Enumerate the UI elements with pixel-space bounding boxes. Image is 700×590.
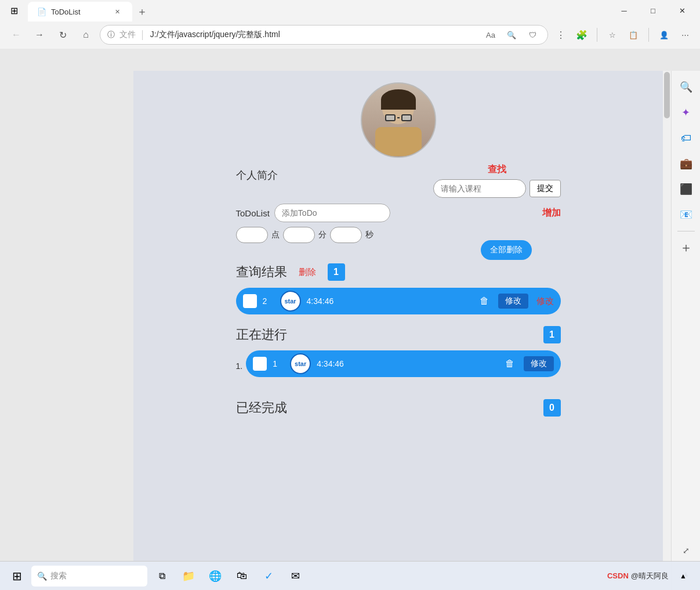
task-view-btn[interactable]: ⧉	[150, 564, 174, 588]
url-info-icon: ⓘ	[107, 30, 115, 40]
query-item-1: 2 star 4:34:46 🗑 修改 修改	[236, 288, 561, 314]
sidebar-outlook-btn[interactable]: 📧	[674, 203, 698, 226]
query-title: 查询结果	[236, 263, 287, 281]
browser-chrome: ⊞ 📄 ToDoList ✕ ＋ ─ □ ✕ ← → ↻ ⌂ ⓘ 文件 │ J:…	[0, 0, 700, 49]
query-item-num-1: 2	[263, 296, 274, 306]
edge-btn[interactable]: 🌐	[203, 564, 227, 588]
query-item-time-1: 4:34:46	[307, 296, 470, 306]
sidebar-expand-btn[interactable]: ⤢	[674, 539, 698, 562]
avatar	[361, 82, 436, 158]
sidebar-toggle-btn[interactable]: ⊞	[5, 1, 23, 20]
forward-btn[interactable]: →	[30, 26, 49, 44]
sidebar-search-btn[interactable]: 🔍	[674, 75, 698, 99]
bio-label: 个人简介	[236, 168, 278, 182]
taskbar-search-placeholder: 搜索	[50, 571, 67, 581]
ongoing-item-row-1: 1. 1 star 4:34:46 🗑 修改	[236, 350, 561, 382]
store-btn[interactable]: 🛍	[230, 564, 254, 588]
url-text: J:/文件/javascript/jquery/完整版.html	[150, 30, 478, 40]
separator1	[597, 28, 597, 42]
avatar-glasses	[385, 114, 412, 121]
shield-btn[interactable]: 🛡	[524, 27, 541, 43]
minute-input[interactable]: 1	[283, 227, 315, 243]
collections-btn[interactable]: 📋	[625, 27, 641, 43]
ongoing-title: 正在进行	[236, 326, 287, 343]
star-badge-query-1[interactable]: star	[280, 291, 301, 312]
todo-btn[interactable]: ✓	[256, 564, 281, 588]
split-btn[interactable]: ⋮	[553, 27, 569, 43]
favorites-btn[interactable]: ☆	[604, 27, 621, 43]
submit-btn[interactable]: 提交	[529, 180, 561, 197]
settings-btn[interactable]: ⋯	[677, 27, 693, 43]
profile-btn[interactable]: 👤	[656, 27, 672, 43]
query-edit-btn-1[interactable]: 修改	[498, 294, 528, 309]
query-section: 查询结果 删除 1 2 star 4:34:46 🗑 修改 修改	[236, 263, 561, 314]
completed-section: 已经完成 0	[236, 399, 561, 417]
todo-input[interactable]	[274, 204, 390, 222]
back-btn[interactable]: ←	[7, 26, 26, 44]
avatar-body	[375, 127, 422, 156]
query-delete-label[interactable]: 删除	[299, 267, 316, 278]
sidebar-copilot-btn[interactable]: ✦	[674, 101, 698, 124]
completed-title: 已经完成	[236, 399, 287, 417]
right-sidebar: 🔍 ✦ 🏷 💼 ⬛ 📧 ＋ ⤢ ▲	[671, 71, 700, 590]
query-edit-label-1[interactable]: 修改	[536, 296, 554, 307]
glass-bridge	[397, 117, 400, 118]
mail-btn[interactable]: ✉	[283, 564, 307, 588]
point-label: 点	[271, 230, 280, 240]
start-btn[interactable]: ⊞	[5, 564, 29, 588]
close-btn[interactable]: ✕	[669, 1, 695, 20]
avatar-hair	[381, 89, 416, 110]
star-badge-ongoing-1[interactable]: star	[290, 353, 311, 374]
sidebar-office-btn[interactable]: ⬛	[674, 178, 698, 201]
address-bar: ← → ↻ ⌂ ⓘ 文件 │ J:/文件/javascript/jquery/完…	[0, 21, 700, 49]
files-btn[interactable]: 📁	[176, 564, 201, 588]
url-bar[interactable]: ⓘ 文件 │ J:/文件/javascript/jquery/完整版.html …	[100, 25, 548, 45]
todo-label: ToDoList	[236, 208, 270, 218]
at-label: @晴天阿良	[631, 571, 669, 581]
read-mode-btn[interactable]: Aa	[483, 27, 499, 43]
tab-bar: 📄 ToDoList ✕ ＋	[28, 0, 606, 21]
taskbar-search[interactable]: 🔍 搜索	[31, 566, 147, 587]
ongoing-item-num-1: 1	[273, 359, 284, 368]
add-label: 增加	[542, 207, 561, 219]
trash-icon-query-1[interactable]: 🗑	[476, 293, 492, 309]
glass-lens-right	[401, 114, 412, 121]
tab-icon: 📄	[37, 8, 46, 16]
second-input[interactable]: 1	[330, 227, 362, 243]
scrollbar-thumb[interactable]	[664, 72, 670, 118]
url-separator: 文件	[119, 30, 136, 40]
taskbar: ⊞ 🔍 搜索 ⧉ 📁 🌐 🛍 ✓ ✉ CSDN @晴天阿良 ▲	[0, 561, 700, 590]
completed-count: 0	[543, 399, 561, 417]
delete-all-btn[interactable]: 全部删除	[481, 240, 532, 260]
search-label: 查找	[488, 164, 506, 176]
taskbar-right: CSDN @晴天阿良 ▲	[605, 564, 695, 588]
title-bar: ⊞ 📄 ToDoList ✕ ＋ ─ □ ✕	[0, 0, 700, 21]
sidebar-briefcase-btn[interactable]: 💼	[674, 152, 698, 175]
sidebar-divider	[677, 231, 695, 231]
star-label-query-1: star	[284, 298, 296, 305]
trash-icon-ongoing-1[interactable]: 🗑	[502, 356, 518, 372]
tab-close-btn[interactable]: ✕	[111, 6, 123, 17]
scrollbar[interactable]	[663, 71, 671, 590]
completed-section-header: 已经完成 0	[236, 399, 561, 417]
sidebar-add-btn[interactable]: ＋	[674, 236, 698, 259]
ongoing-item-1: 1 star 4:34:46 🗑 修改	[246, 350, 560, 377]
extensions-btn[interactable]: 🧩	[574, 27, 590, 43]
active-tab[interactable]: 📄 ToDoList ✕	[28, 2, 132, 21]
minimize-btn[interactable]: ─	[611, 1, 637, 20]
taskbar-up-btn[interactable]: ▲	[671, 564, 695, 588]
maximize-btn[interactable]: □	[640, 1, 666, 20]
home-btn[interactable]: ⌂	[77, 26, 95, 44]
sidebar-tag-btn[interactable]: 🏷	[674, 126, 698, 150]
refresh-btn[interactable]: ↻	[53, 26, 72, 44]
new-tab-btn[interactable]: ＋	[132, 2, 152, 21]
ongoing-checkbox-1[interactable]	[253, 357, 267, 371]
hour-input[interactable]: 1	[236, 227, 268, 243]
search-btn[interactable]: 🔍	[503, 27, 520, 43]
url-pipe: │	[140, 30, 146, 39]
csdn-label: CSDN	[607, 571, 629, 580]
search-input[interactable]	[433, 179, 526, 198]
ongoing-edit-btn-1[interactable]: 修改	[524, 356, 554, 371]
query-checkbox-1[interactable]	[243, 294, 257, 308]
timer-section: 1 点 1 分 1 秒	[236, 227, 373, 243]
